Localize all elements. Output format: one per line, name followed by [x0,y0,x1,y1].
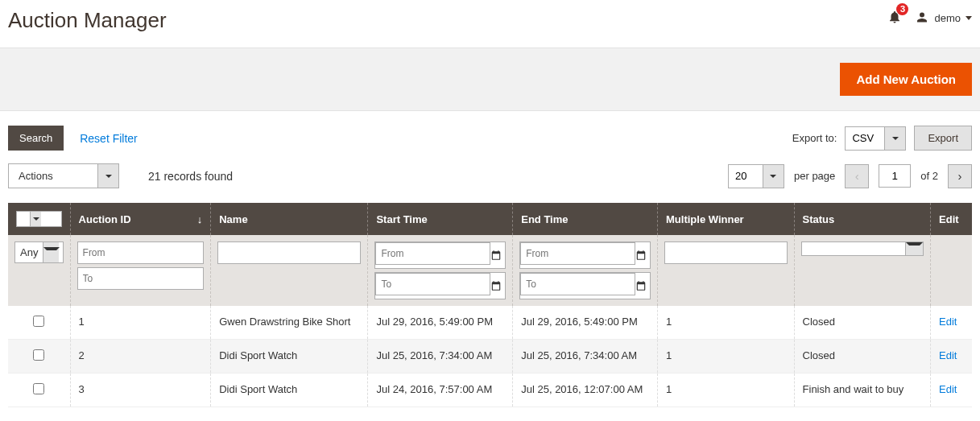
actions-label: Actions [9,164,97,188]
filter-id-to[interactable] [77,267,205,290]
cell-start: Jul 24, 2016, 7:57:00 AM [368,374,513,407]
select-all-header[interactable] [8,203,70,235]
records-found: 21 records found [148,170,233,183]
auction-table: Auction ID↓ Name Start Time End Time Mul… [8,203,972,407]
calendar-icon[interactable] [490,280,502,291]
page-title: Auction Manager [8,8,167,33]
per-page-select[interactable] [728,164,784,188]
filter-name[interactable] [217,241,361,264]
notification-badge: 3 [896,3,908,15]
prev-page-button[interactable]: ‹ [845,164,869,188]
chevron-down-icon[interactable] [763,165,784,188]
sort-desc-icon: ↓ [197,213,203,225]
col-name[interactable]: Name [211,203,368,235]
actions-select[interactable]: Actions [8,163,119,188]
cell-id: 3 [70,374,211,407]
col-status[interactable]: Status [794,203,931,235]
col-end-time[interactable]: End Time [513,203,658,235]
col-start-time[interactable]: Start Time [368,203,513,235]
cell-status: Closed [794,306,931,340]
user-menu[interactable]: demo [915,11,972,26]
calendar-icon[interactable] [490,250,502,261]
cell-id: 2 [70,340,211,374]
user-icon [915,11,929,26]
cell-id: 1 [70,306,211,340]
row-checkbox[interactable] [33,316,44,327]
cell-end: Jul 25, 2016, 7:34:00 AM [513,340,658,374]
filter-id-from[interactable] [77,241,205,264]
chevron-down-icon [966,16,972,20]
row-checkbox[interactable] [33,349,44,361]
calendar-icon[interactable] [635,250,647,261]
filter-start-from[interactable] [375,242,490,265]
col-multiple-winner[interactable]: Multiple Winner [658,203,795,235]
cell-mw: 1 [658,374,795,407]
filter-end-from[interactable] [520,242,635,265]
username: demo [934,12,961,24]
cell-start: Jul 29, 2016, 5:49:00 PM [368,306,513,340]
calendar-icon[interactable] [635,280,647,291]
edit-link[interactable]: Edit [939,383,957,395]
cell-start: Jul 25, 2016, 7:34:00 AM [368,340,513,374]
per-page-value[interactable] [729,165,763,187]
cell-mw: 1 [658,340,795,374]
edit-link[interactable]: Edit [939,316,957,328]
edit-link[interactable]: Edit [939,349,957,361]
cell-name: Didi Sport Watch [211,340,368,374]
export-button[interactable]: Export [914,126,972,151]
page-total: of 2 [920,170,938,182]
cell-name: Gwen Drawstring Bike Short [211,306,368,340]
page-input[interactable] [879,164,911,188]
cell-mw: 1 [658,306,795,340]
cell-end: Jul 25, 2016, 12:07:00 AM [513,374,658,407]
cell-end: Jul 29, 2016, 5:49:00 PM [513,306,658,340]
filter-status-select[interactable] [801,241,924,256]
filter-end-to[interactable] [520,273,635,295]
cell-status: Finish and wait to buy [794,374,931,407]
cell-name: Didi Sport Watch [211,374,368,407]
per-page-label: per page [794,170,835,182]
filter-multiple-winner[interactable] [664,241,788,264]
chevron-down-icon[interactable] [884,127,905,150]
export-format-value[interactable] [846,127,884,149]
cell-status: Closed [794,340,931,374]
notifications-button[interactable]: 3 [887,10,902,27]
next-page-button[interactable]: › [948,164,972,188]
reset-filter-link[interactable]: Reset Filter [80,132,138,145]
col-auction-id[interactable]: Auction ID↓ [70,203,211,235]
filter-start-to[interactable] [375,273,490,295]
col-edit: Edit [931,203,972,235]
search-button[interactable]: Search [8,126,64,151]
row-checkbox[interactable] [33,383,44,394]
add-new-auction-button[interactable]: Add New Auction [840,63,972,96]
chevron-down-icon[interactable] [97,164,118,188]
export-to-label: Export to: [792,132,837,144]
filter-any-select[interactable]: Any [14,241,64,263]
export-format-select[interactable] [845,126,906,151]
